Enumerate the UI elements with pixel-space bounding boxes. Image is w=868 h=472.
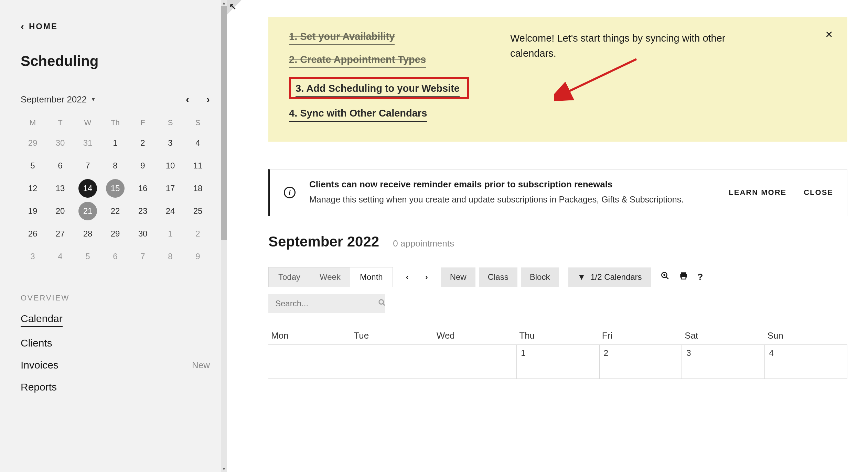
mini-day[interactable]: 6 bbox=[103, 247, 127, 266]
mini-day[interactable]: 30 bbox=[48, 133, 72, 153]
mini-day[interactable]: 30 bbox=[131, 224, 155, 243]
mini-day-header: S bbox=[158, 116, 182, 130]
mini-day[interactable]: 2 bbox=[131, 133, 155, 153]
sidebar-item-invoices[interactable]: Invoices New bbox=[21, 359, 210, 371]
home-label: HOME bbox=[29, 22, 58, 31]
mini-day[interactable]: 23 bbox=[131, 201, 155, 221]
home-link[interactable]: ‹ HOME bbox=[21, 21, 210, 32]
mini-day[interactable]: 9 bbox=[131, 156, 155, 175]
mini-day[interactable]: 6 bbox=[48, 156, 72, 175]
block-button[interactable]: Block bbox=[521, 267, 559, 287]
onboarding-step-1[interactable]: 1. Set your Availability bbox=[289, 31, 395, 45]
search-input[interactable] bbox=[275, 299, 378, 308]
print-icon[interactable] bbox=[679, 271, 688, 283]
mini-day[interactable]: 14 bbox=[76, 179, 100, 198]
filter-icon: ▼ bbox=[577, 272, 586, 282]
close-icon[interactable]: ✕ bbox=[825, 29, 833, 40]
mini-day[interactable]: 4 bbox=[48, 247, 72, 266]
mini-day[interactable]: 8 bbox=[158, 247, 182, 266]
class-button[interactable]: Class bbox=[479, 267, 517, 287]
mini-day[interactable]: 3 bbox=[21, 247, 45, 266]
view-segment: Today Week Month bbox=[268, 267, 393, 287]
calendar-cell[interactable]: 4 bbox=[765, 344, 847, 379]
overview-heading: OVERVIEW bbox=[21, 294, 210, 303]
month-select[interactable]: September 2022 ▼ bbox=[21, 94, 96, 105]
mini-day[interactable]: 16 bbox=[131, 179, 155, 198]
mini-day[interactable]: 26 bbox=[21, 224, 45, 243]
mini-day[interactable]: 8 bbox=[103, 156, 127, 175]
calendar-cell bbox=[268, 344, 351, 379]
mini-day-header: W bbox=[76, 116, 100, 130]
calendar-cell bbox=[434, 344, 516, 379]
mini-day[interactable]: 9 bbox=[186, 247, 210, 266]
svg-rect-6 bbox=[681, 272, 686, 274]
prev-period-button[interactable]: ‹ bbox=[403, 272, 412, 282]
mini-day[interactable]: 12 bbox=[21, 179, 45, 198]
svg-line-10 bbox=[383, 303, 385, 305]
scroll-thumb[interactable] bbox=[221, 6, 227, 240]
mini-day[interactable]: 19 bbox=[21, 201, 45, 221]
sidebar-item-calendar[interactable]: Calendar bbox=[21, 313, 210, 327]
mini-day[interactable]: 29 bbox=[103, 224, 127, 243]
mini-day[interactable]: 3 bbox=[158, 133, 182, 153]
search-box[interactable] bbox=[268, 294, 385, 313]
sidebar-item-clients[interactable]: Clients bbox=[21, 337, 210, 349]
mini-day[interactable]: 17 bbox=[158, 179, 182, 198]
onboarding-banner: ✕ 1. Set your Availability 2. Create App… bbox=[268, 17, 847, 142]
mini-day[interactable]: 24 bbox=[158, 201, 182, 221]
month-label: September 2022 bbox=[21, 94, 87, 105]
calendar-toolbar: Today Week Month ‹ › New Class Block ▼ 1… bbox=[268, 267, 847, 287]
calendar-cell[interactable]: 3 bbox=[682, 344, 764, 379]
calendar-cell[interactable]: 2 bbox=[599, 344, 682, 379]
scroll-up-icon[interactable]: ▲ bbox=[221, 0, 227, 6]
mini-day[interactable]: 4 bbox=[186, 133, 210, 153]
prev-month-button[interactable]: ‹ bbox=[186, 94, 189, 105]
sidebar-item-reports[interactable]: Reports bbox=[21, 381, 210, 393]
mini-day-header: S bbox=[186, 116, 210, 130]
next-period-button[interactable]: › bbox=[422, 272, 431, 282]
mini-day[interactable]: 20 bbox=[48, 201, 72, 221]
mini-day-header: T bbox=[48, 116, 72, 130]
mini-day[interactable]: 7 bbox=[76, 156, 100, 175]
mini-day[interactable]: 18 bbox=[186, 179, 210, 198]
svg-rect-8 bbox=[681, 276, 686, 279]
svg-point-9 bbox=[379, 299, 384, 304]
zoom-icon[interactable] bbox=[661, 271, 669, 283]
mini-day[interactable]: 1 bbox=[103, 133, 127, 153]
onboarding-step-4[interactable]: 4. Sync with Other Calendars bbox=[289, 108, 427, 122]
mini-day[interactable]: 1 bbox=[158, 224, 182, 243]
view-week-button[interactable]: Week bbox=[310, 267, 350, 287]
mini-day[interactable]: 27 bbox=[48, 224, 72, 243]
view-today-button[interactable]: Today bbox=[269, 267, 310, 287]
appointment-count: 0 appointments bbox=[393, 238, 454, 249]
mini-day[interactable]: 5 bbox=[21, 156, 45, 175]
onboarding-step-2[interactable]: 2. Create Appointment Types bbox=[289, 54, 426, 68]
close-notice-button[interactable]: CLOSE bbox=[804, 188, 833, 197]
mini-day[interactable]: 5 bbox=[76, 247, 100, 266]
help-icon[interactable]: ? bbox=[698, 272, 703, 282]
learn-more-button[interactable]: LEARN MORE bbox=[729, 188, 786, 197]
sidebar-item-label: Invoices bbox=[21, 359, 58, 371]
mini-day[interactable]: 21 bbox=[76, 201, 100, 221]
onboarding-step-3[interactable]: 3. Add Scheduling to your Website bbox=[296, 83, 460, 97]
mini-day[interactable]: 31 bbox=[76, 133, 100, 153]
mini-day[interactable]: 7 bbox=[131, 247, 155, 266]
calendar-filter-button[interactable]: ▼ 1/2 Calendars bbox=[568, 267, 651, 287]
view-month-button[interactable]: Month bbox=[350, 267, 393, 287]
month-calendar: MonTueWedThuFriSatSun 1234 bbox=[268, 327, 847, 379]
mini-day[interactable]: 29 bbox=[21, 133, 45, 153]
mini-day[interactable]: 2 bbox=[186, 224, 210, 243]
next-month-button[interactable]: › bbox=[206, 94, 210, 105]
mini-day[interactable]: 13 bbox=[48, 179, 72, 198]
mini-day[interactable]: 15 bbox=[103, 179, 127, 198]
mini-day[interactable]: 10 bbox=[158, 156, 182, 175]
mini-day[interactable]: 28 bbox=[76, 224, 100, 243]
mini-day[interactable]: 22 bbox=[103, 201, 127, 221]
sidebar-scrollbar[interactable]: ▲ ▼ bbox=[221, 0, 227, 472]
scroll-down-icon[interactable]: ▼ bbox=[221, 466, 227, 472]
calendar-cell[interactable]: 1 bbox=[516, 344, 599, 379]
new-button[interactable]: New bbox=[441, 267, 475, 287]
notice-desc: Manage this setting when you create and … bbox=[309, 193, 715, 206]
mini-day[interactable]: 25 bbox=[186, 201, 210, 221]
mini-day[interactable]: 11 bbox=[186, 156, 210, 175]
